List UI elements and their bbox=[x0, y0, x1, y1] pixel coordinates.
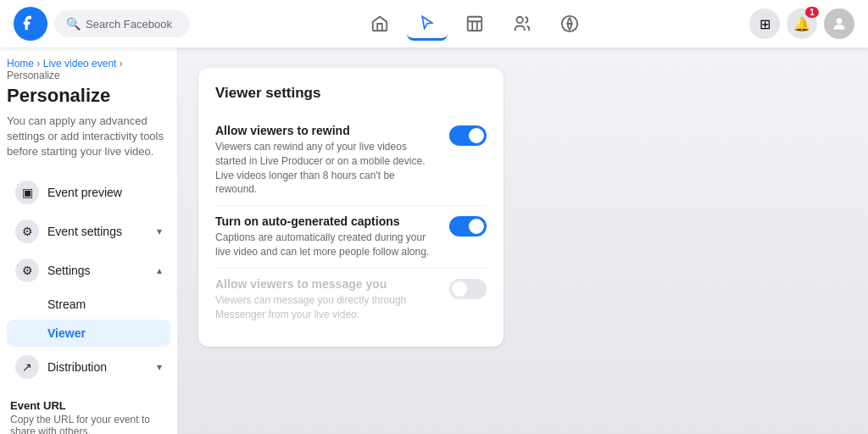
nav-left: 🔍 Search Facebook bbox=[14, 7, 200, 41]
distribution-icon: ↗ bbox=[15, 355, 39, 379]
sidebar-item-settings[interactable]: ⚙ Settings ▴ bbox=[7, 252, 170, 289]
setting-text-rewind: Allow viewers to rewind Viewers can rewi… bbox=[215, 124, 436, 197]
setting-row-rewind: Allow viewers to rewind Viewers can rewi… bbox=[215, 115, 487, 206]
page-title: Personalize bbox=[7, 85, 170, 107]
settings-icon: ⚙ bbox=[15, 259, 39, 282]
event-settings-label: Event settings bbox=[47, 225, 122, 238]
people-nav-button[interactable] bbox=[502, 7, 542, 41]
sidebar: Home › Live video event › Personalize Pe… bbox=[0, 47, 178, 434]
notification-badge: 1 bbox=[805, 7, 819, 18]
sidebar-sub-item-viewer[interactable]: Viewer bbox=[7, 320, 170, 347]
link-nav-button[interactable] bbox=[549, 7, 590, 41]
nav-center bbox=[200, 7, 749, 41]
event-url-desc: Copy the URL for your event to share wit… bbox=[10, 414, 167, 434]
store-nav-button[interactable] bbox=[454, 7, 495, 41]
search-icon: 🔍 bbox=[66, 17, 81, 31]
grid-nav-button[interactable]: ⊞ bbox=[749, 8, 780, 39]
setting-text-captions: Turn on auto-generated captions Captions… bbox=[215, 214, 436, 259]
sidebar-sub-item-stream[interactable]: Stream bbox=[7, 291, 170, 318]
toggle-message-slider bbox=[449, 279, 487, 299]
sidebar-item-distribution[interactable]: ↗ Distribution ▾ bbox=[7, 348, 170, 386]
toggle-captions[interactable] bbox=[449, 216, 487, 236]
toggle-rewind[interactable] bbox=[449, 125, 487, 146]
distribution-chevron: ▾ bbox=[157, 361, 162, 373]
distribution-label: Distribution bbox=[47, 360, 107, 374]
breadcrumb-home[interactable]: Home bbox=[7, 58, 34, 70]
event-url-label: Event URL bbox=[10, 399, 167, 412]
search-placeholder: Search Facebook bbox=[86, 18, 172, 31]
toggle-message bbox=[449, 279, 487, 299]
setting-name-captions: Turn on auto-generated captions bbox=[215, 214, 436, 228]
setting-name-rewind: Allow viewers to rewind bbox=[215, 124, 436, 137]
setting-row-message: Allow viewers to message you Viewers can… bbox=[215, 269, 487, 331]
settings-chevron: ▴ bbox=[157, 264, 162, 276]
notifications-button[interactable]: 🔔 1 bbox=[787, 8, 817, 39]
toggle-rewind-slider bbox=[449, 125, 487, 146]
main-layout: Home › Live video event › Personalize Pe… bbox=[0, 47, 868, 434]
avatar-button[interactable] bbox=[824, 8, 854, 39]
content-area: Viewer settings Allow viewers to rewind … bbox=[178, 47, 868, 434]
event-url-section: Event URL Copy the URL for your event to… bbox=[7, 399, 170, 434]
setting-desc-captions: Captions are automatically created durin… bbox=[215, 231, 436, 259]
top-nav: 🔍 Search Facebook ⊞ 🔔 1 bbox=[0, 0, 868, 47]
breadcrumb: Home › Live video event › Personalize bbox=[7, 58, 170, 81]
nav-right: ⊞ 🔔 1 bbox=[749, 8, 854, 39]
event-settings-icon: ⚙ bbox=[15, 220, 39, 243]
page-description: You can apply any advanced settings or a… bbox=[7, 114, 170, 160]
setting-row-captions: Turn on auto-generated captions Captions… bbox=[215, 206, 487, 269]
stream-label: Stream bbox=[47, 298, 86, 311]
event-preview-label: Event preview bbox=[47, 186, 122, 199]
viewer-settings-card: Viewer settings Allow viewers to rewind … bbox=[198, 68, 504, 347]
home-nav-button[interactable] bbox=[359, 7, 400, 41]
event-settings-chevron: ▾ bbox=[157, 225, 162, 237]
viewer-label: Viewer bbox=[47, 326, 86, 340]
setting-desc-message: Viewers can message you directly through… bbox=[215, 293, 436, 322]
svg-point-1 bbox=[517, 17, 523, 23]
breadcrumb-live-event[interactable]: Live video event bbox=[43, 58, 117, 70]
settings-label: Settings bbox=[47, 264, 91, 277]
search-box[interactable]: 🔍 Search Facebook bbox=[54, 10, 190, 37]
toggle-captions-slider bbox=[449, 216, 487, 236]
svg-point-3 bbox=[837, 18, 843, 24]
facebook-logo[interactable] bbox=[14, 7, 47, 41]
breadcrumb-current: Personalize bbox=[7, 70, 60, 81]
setting-text-message: Allow viewers to message you Viewers can… bbox=[215, 277, 436, 322]
svg-rect-0 bbox=[468, 17, 482, 31]
setting-name-message: Allow viewers to message you bbox=[215, 277, 436, 291]
sidebar-item-event-preview[interactable]: ▣ Event preview bbox=[7, 174, 170, 211]
cursor-nav-button[interactable] bbox=[407, 7, 448, 41]
setting-desc-rewind: Viewers can rewind any of your live vide… bbox=[215, 140, 436, 197]
breadcrumb-sep1: › bbox=[36, 58, 42, 70]
viewer-settings-title: Viewer settings bbox=[215, 85, 487, 102]
breadcrumb-sep2: › bbox=[120, 58, 123, 70]
sidebar-item-event-settings[interactable]: ⚙ Event settings ▾ bbox=[7, 213, 170, 250]
event-preview-icon: ▣ bbox=[15, 181, 39, 204]
